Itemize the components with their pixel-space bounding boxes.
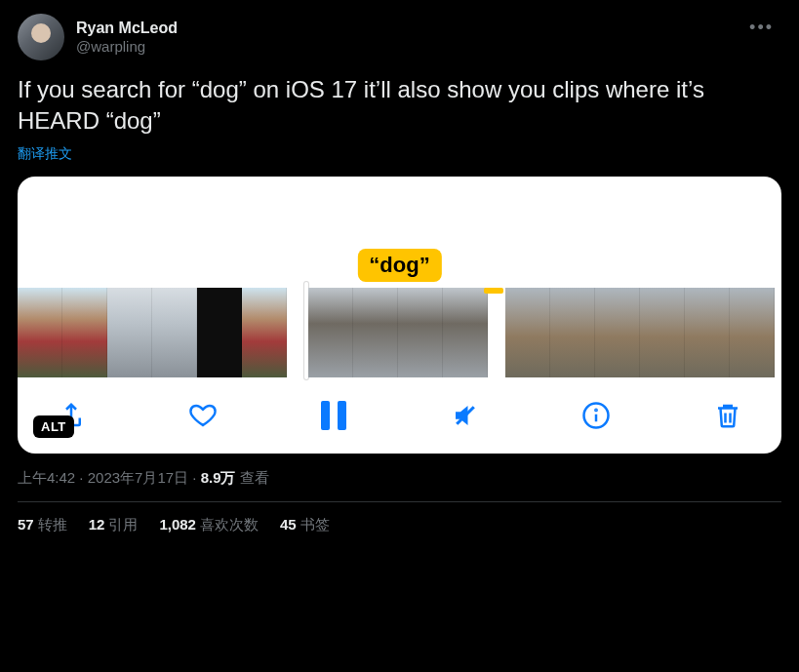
view-label: 查看 <box>236 469 269 486</box>
tweet-meta: 上午4:42 · 2023年7月17日 · 8.9万 查看 <box>18 469 781 488</box>
info-icon[interactable] <box>579 399 613 432</box>
clip-2[interactable] <box>304 288 488 374</box>
tweet-date[interactable]: 2023年7月17日 <box>88 469 188 486</box>
clip-1[interactable] <box>18 288 287 374</box>
avatar[interactable] <box>18 14 64 60</box>
heart-icon[interactable] <box>186 399 220 432</box>
trash-icon[interactable] <box>711 399 744 432</box>
stat-retweets[interactable]: 57转推 <box>18 516 67 534</box>
tweet-header: Ryan McLeod @warpling <box>18 14 781 60</box>
tweet-stats: 57转推 12引用 1,082喜欢次数 45书签 <box>18 516 781 534</box>
media-card[interactable]: “dog” <box>18 177 781 454</box>
view-count: 8.9万 <box>201 469 236 486</box>
tweet-container: ••• Ryan McLeod @warpling If you search … <box>18 14 781 534</box>
media-toolbar <box>18 377 781 440</box>
tooltip-marker <box>484 288 503 294</box>
clip-3[interactable] <box>505 288 775 374</box>
alt-badge[interactable]: ALT <box>33 415 74 438</box>
stat-quotes[interactable]: 12引用 <box>89 516 139 534</box>
video-filmstrip[interactable] <box>18 288 781 377</box>
stat-bookmarks[interactable]: 45书签 <box>280 516 330 534</box>
tweet-time[interactable]: 上午4:42 <box>18 469 75 486</box>
more-options-icon[interactable]: ••• <box>749 18 774 38</box>
author-display-name[interactable]: Ryan McLeod <box>76 19 178 37</box>
stat-likes[interactable]: 1,082喜欢次数 <box>159 516 259 534</box>
author-names: Ryan McLeod @warpling <box>76 19 178 55</box>
svg-point-1 <box>596 410 597 411</box>
pause-icon[interactable] <box>317 399 350 432</box>
mute-icon[interactable] <box>449 399 482 432</box>
author-handle[interactable]: @warpling <box>76 38 178 56</box>
translate-link[interactable]: 翻译推文 <box>18 145 72 163</box>
tweet-text: If you search for “dog” on iOS 17 it’ll … <box>18 74 781 138</box>
search-term-tooltip: “dog” <box>357 249 441 282</box>
divider <box>18 501 781 502</box>
